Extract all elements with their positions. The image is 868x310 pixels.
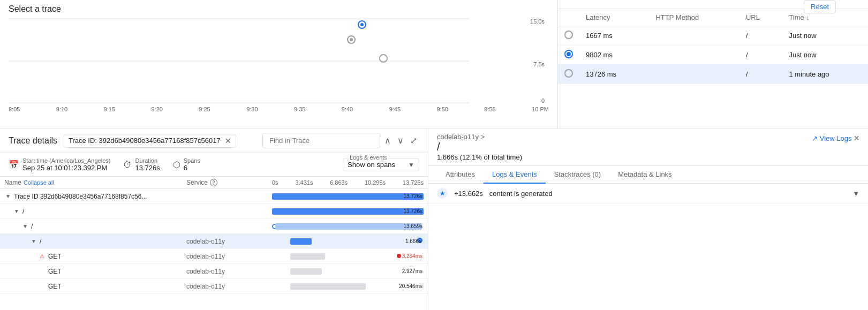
expand-icon[interactable]: ▼ xyxy=(14,208,21,214)
time-axis: 9:05 9:10 9:15 9:20 9:25 9:30 9:35 9:40 … xyxy=(9,104,549,115)
find-expand-button[interactable]: ⤢ xyxy=(408,133,419,148)
close-panel-button[interactable]: × xyxy=(854,133,859,144)
view-logs-label: View Logs xyxy=(820,134,852,142)
trace-table: Reset Latency HTTP Method URL Time ↓ 166… xyxy=(557,0,868,128)
time-label-10: 9:55 xyxy=(484,106,495,112)
span-row[interactable]: ▼ / 13.726s xyxy=(0,204,428,219)
log-icon: ★ xyxy=(437,188,448,199)
log-message: content is generated xyxy=(489,190,553,198)
span-service: codelab-o11y xyxy=(186,283,272,290)
time-label-8: 9:45 xyxy=(389,106,401,112)
span-row[interactable]: ⚠ GET codelab-o11y 3.264ms xyxy=(0,249,428,264)
time-label-6: 9:35 xyxy=(294,106,305,112)
span-name: / xyxy=(31,223,33,230)
time-label-0: 9:05 xyxy=(9,106,20,112)
trace-id-label: Trace ID: 392d6b49080e3456a77168f857c560… xyxy=(69,137,221,145)
bar-label: 3.264ms xyxy=(402,253,422,260)
tab-attributes[interactable]: Attributes xyxy=(437,166,484,184)
col-latency: Latency xyxy=(579,9,649,26)
time-label-5: 9:30 xyxy=(246,106,258,112)
http-method-cell xyxy=(649,26,739,46)
logs-events-group: Logs & events Show on spans ▼ xyxy=(343,158,419,171)
trace-id-chip: Trace ID: 392d6b49080e3456a77168f857c560… xyxy=(64,134,236,148)
spans-item: ⬡ Spans 6 xyxy=(173,157,200,172)
page-title: Select a trace xyxy=(9,4,549,14)
span-name-display: / xyxy=(437,141,522,153)
tab-logs-events[interactable]: Logs & Events xyxy=(484,166,546,184)
expand-icon[interactable]: ▼ xyxy=(22,223,30,229)
time-label-1: 9:10 xyxy=(56,106,67,112)
table-row[interactable]: 1667 ms / Just now xyxy=(558,26,868,46)
chevron-down-icon: ▼ xyxy=(408,161,414,169)
spans-icon: ⬡ xyxy=(173,160,180,170)
url-cell: / xyxy=(739,26,782,46)
external-link-icon: ↗ xyxy=(812,134,818,142)
spans-body: ▼ Trace ID 392d6b49080e3456a77168f857c56… xyxy=(0,189,428,310)
panel-tabs: Attributes Logs & Events Stacktraces (0)… xyxy=(428,166,868,184)
span-name: GET xyxy=(48,283,62,290)
table-row[interactable]: 13726 ms / 1 minute ago xyxy=(558,65,868,84)
span-duration: 1.666s (12.1% of total time) xyxy=(437,153,522,161)
span-name: GET xyxy=(48,268,62,275)
view-logs-button[interactable]: ↗ View Logs xyxy=(812,134,852,142)
collapse-all-button[interactable]: Collapse all xyxy=(24,179,54,186)
span-name: Trace ID 392d6b49080e3456a77168f857c56..… xyxy=(14,193,147,200)
url-cell: / xyxy=(739,65,782,84)
tab-metadata-links[interactable]: Metadata & Links xyxy=(609,166,680,184)
span-service: codelab-o11y xyxy=(186,253,272,260)
radio-button[interactable] xyxy=(564,31,573,39)
log-time: +13.662s xyxy=(454,190,483,198)
find-in-trace-container: ∧ ∨ ⤢ xyxy=(262,133,419,148)
time-label-9: 9:50 xyxy=(436,106,448,112)
http-method-cell xyxy=(649,65,739,84)
service-column-label: Service xyxy=(186,179,208,186)
time-label-7: 9:40 xyxy=(342,106,353,112)
time-label-3: 9:20 xyxy=(151,106,162,112)
duration-label: Duration xyxy=(135,157,160,164)
timeline-labels: 0s 3.431s 6.863s 10.295s 13.726s xyxy=(272,179,424,186)
find-prev-button[interactable]: ∧ xyxy=(382,133,393,148)
span-row[interactable]: GET codelab-o11y 2.927ms xyxy=(0,264,428,279)
y-axis-0: 0 xyxy=(541,97,545,104)
service-help-icon[interactable]: ? xyxy=(210,179,217,186)
span-row[interactable]: ▼ Trace ID 392d6b49080e3456a77168f857c56… xyxy=(0,189,428,204)
bar-label: 13.726s xyxy=(403,193,422,200)
bar-label: 1.666s xyxy=(405,238,421,245)
timeline-3: 10.295s xyxy=(365,179,386,186)
trace-details-panel: Trace details Trace ID: 392d6b49080e3456… xyxy=(0,128,428,310)
time-label-4: 9:25 xyxy=(199,106,210,112)
span-breadcrumb: codelab-o11y > xyxy=(437,133,522,141)
start-time-item: 📅 Start time (America/Los_Angeles) Sep 2… xyxy=(9,157,110,172)
spans-header: Name Collapse all Service ? 0s 3.431s 6.… xyxy=(0,177,428,189)
chip-close-icon[interactable]: ✕ xyxy=(225,137,231,145)
time-cell: 1 minute ago xyxy=(782,65,868,84)
expand-icon[interactable]: ⚠ xyxy=(40,253,47,259)
latency-cell: 13726 ms xyxy=(579,65,649,84)
find-next-button[interactable]: ∨ xyxy=(395,133,406,148)
tab-stacktraces[interactable]: Stacktraces (0) xyxy=(546,166,609,184)
find-in-trace-input[interactable] xyxy=(262,133,380,148)
clock-icon: ⏱ xyxy=(123,160,132,170)
spans-label: Spans xyxy=(184,157,200,164)
url-cell: / xyxy=(739,46,782,65)
latency-cell: 9802 ms xyxy=(579,46,649,65)
expand-icon[interactable]: ▼ xyxy=(5,193,13,199)
reset-button[interactable]: Reset xyxy=(804,0,836,13)
table-row[interactable]: 9802 ms / Just now xyxy=(558,46,868,65)
start-time-value: Sep 25 at 10:01:23.392 PM xyxy=(22,164,110,172)
time-cell: Just now xyxy=(782,26,868,46)
span-row[interactable]: ▼ / codelab-o11y 1.666s xyxy=(0,234,428,249)
span-row[interactable]: ▼ / 13.659s xyxy=(0,219,428,234)
timeline-4: 13.726s xyxy=(403,179,424,186)
radio-button[interactable] xyxy=(564,50,573,58)
duration-value: 13.726s xyxy=(135,164,160,172)
span-service: codelab-o11y xyxy=(186,238,272,245)
span-name: GET xyxy=(48,253,62,260)
span-row[interactable]: GET codelab-o11y 20.546ms xyxy=(0,279,428,294)
expand-icon[interactable]: ▼ xyxy=(31,238,39,244)
logs-events-select[interactable]: Show on spans xyxy=(348,161,406,169)
log-entry[interactable]: ★ +13.662s content is generated ▼ xyxy=(428,184,868,203)
expand-log-icon[interactable]: ▼ xyxy=(852,190,859,198)
header-actions: ↗ View Logs × xyxy=(812,133,859,144)
radio-button[interactable] xyxy=(564,69,573,78)
